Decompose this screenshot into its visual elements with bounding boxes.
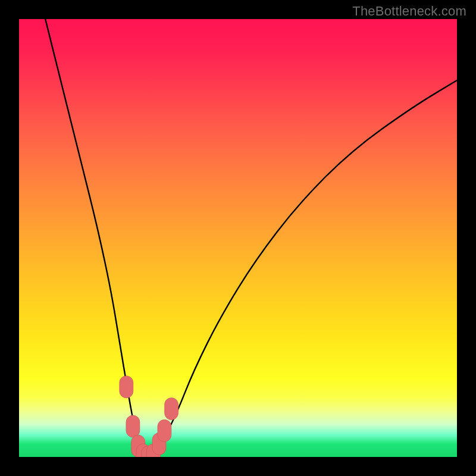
curve-layer xyxy=(19,19,457,457)
bottleneck-curve xyxy=(45,19,457,456)
curve-markers xyxy=(120,376,178,457)
plot-area xyxy=(19,19,457,457)
curve-marker xyxy=(126,415,140,437)
attribution-text: TheBottleneck.com xyxy=(352,4,466,19)
curve-marker xyxy=(120,376,133,398)
curve-marker xyxy=(158,419,171,441)
curve-marker xyxy=(165,398,178,420)
chart-stage: TheBottleneck.com xyxy=(0,0,476,476)
